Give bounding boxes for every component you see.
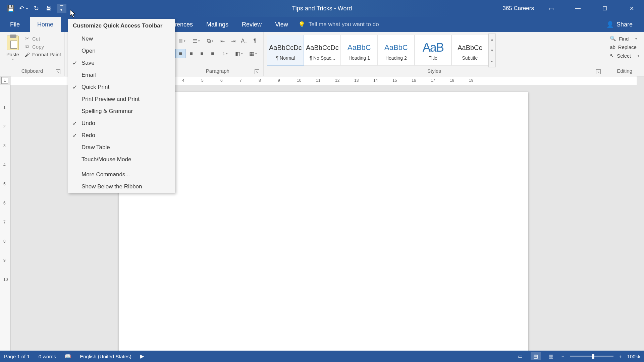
menu-item-label: Email <box>82 72 96 78</box>
clipboard-launcher-icon[interactable]: ↘ <box>56 69 60 74</box>
ruler-tick: 4 <box>182 78 184 83</box>
style---no-spac---[interactable]: AaBbCcDc¶ No Spac... <box>304 35 341 66</box>
status-words[interactable]: 0 words <box>39 354 56 359</box>
select-button[interactable]: ↖Select ▾ <box>608 52 641 59</box>
cut-button[interactable]: ✂Cut <box>24 36 61 42</box>
align-left-button[interactable]: ≡ <box>175 49 185 58</box>
menu-open[interactable]: Open <box>68 45 175 57</box>
paragraph-label: Paragraph <box>206 68 229 74</box>
quick-print-icon[interactable]: 🖶 <box>44 4 54 13</box>
check-icon: ✓ <box>68 120 82 127</box>
copy-button[interactable]: ⧉Copy <box>24 44 61 50</box>
vertical-ruler[interactable]: 12345678910 <box>0 85 11 351</box>
zoom-in-button[interactable]: + <box>619 354 622 359</box>
tab-file[interactable]: File <box>0 17 30 32</box>
menu-item-label: Redo <box>82 132 95 139</box>
tab-review[interactable]: Review <box>235 17 268 32</box>
style-name: ¶ Normal <box>276 55 295 61</box>
menu-print-preview-and-print[interactable]: Print Preview and Print <box>68 93 175 105</box>
maximize-icon[interactable]: ☐ <box>595 0 614 17</box>
tab-selector[interactable]: L <box>1 77 8 84</box>
style-title[interactable]: AaBTitle <box>415 35 451 66</box>
borders-button[interactable]: ▦ <box>247 49 260 58</box>
show-marks-button[interactable]: ¶ <box>250 36 260 46</box>
align-center-button[interactable]: ≡ <box>186 49 196 58</box>
justify-button[interactable]: ≡ <box>208 49 218 58</box>
line-spacing-button[interactable]: ↕ <box>218 49 232 58</box>
view-print-icon[interactable]: ▤ <box>531 352 541 360</box>
save-icon[interactable]: 💾 <box>6 4 15 13</box>
zoom-out-button[interactable]: − <box>561 354 565 359</box>
menu-spelling---grammar[interactable]: Spelling & Grammar <box>68 105 175 117</box>
view-read-icon[interactable]: ▭ <box>515 352 525 360</box>
find-button[interactable]: 🔍Find ▾ <box>608 35 641 42</box>
redo-icon[interactable]: ↻ <box>32 4 41 13</box>
check-icon: ✓ <box>68 60 82 67</box>
gallery-up-icon[interactable]: ▲ <box>489 34 495 45</box>
menu-save[interactable]: ✓Save <box>68 57 175 69</box>
status-page[interactable]: Page 1 of 1 <box>4 354 30 359</box>
close-icon[interactable]: ✕ <box>622 0 641 17</box>
style---normal[interactable]: AaBbCcDc¶ Normal <box>267 35 304 66</box>
gallery-more-icon[interactable]: ▾ <box>489 56 495 67</box>
share-button[interactable]: 👤 Share <box>602 19 637 30</box>
shading-button[interactable]: ◧ <box>232 49 246 58</box>
replace-button[interactable]: abReplace <box>608 44 641 51</box>
style-heading-2[interactable]: AaBbCHeading 2 <box>378 35 415 66</box>
tab-view[interactable]: View <box>268 17 295 32</box>
group-paragraph: ≣ ☰ ⧉ ⇤ ⇥ A↓ ¶ ≡ ≡ ≡ ≡ ↕ ◧ ▦ Paragraph↘ <box>172 32 264 76</box>
paste-icon <box>7 36 19 50</box>
quick-access-toolbar: 💾 ↶ ▾ ↻ 🖶 ▔▾ <box>0 0 66 17</box>
select-icon: ↖ <box>610 53 614 59</box>
status-spellcheck-icon[interactable]: 📖 <box>65 353 71 359</box>
menu-email[interactable]: Email <box>68 69 175 81</box>
view-web-icon[interactable]: ▦ <box>546 352 556 360</box>
minimize-icon[interactable]: — <box>568 0 588 17</box>
tab-mailings[interactable]: Mailings <box>200 17 235 32</box>
menu-show-below-ribbon[interactable]: Show Below the Ribbon <box>68 181 175 193</box>
tab-home[interactable]: Home <box>30 17 61 32</box>
customize-qat-menu: Customize Quick Access Toolbar NewOpen✓S… <box>68 19 175 193</box>
status-macro-icon[interactable]: ▶ <box>140 353 144 359</box>
status-language[interactable]: English (United States) <box>80 354 131 359</box>
document-page[interactable] <box>119 92 528 351</box>
menu-more-commands[interactable]: More Commands... <box>68 169 175 181</box>
menu-quick-print[interactable]: ✓Quick Print <box>68 81 175 93</box>
zoom-slider[interactable] <box>570 356 613 357</box>
style-subtitle[interactable]: AaBbCcSubtitle <box>451 35 488 66</box>
decrease-indent-button[interactable]: ⇤ <box>218 36 228 46</box>
styles-launcher-icon[interactable]: ↘ <box>596 69 601 74</box>
style-preview: AaBbCcDc <box>306 40 339 55</box>
format-painter-button[interactable]: 🖌Format Paint <box>24 52 61 57</box>
paste-button[interactable]: Paste ▾ <box>3 34 22 67</box>
style-name: Heading 2 <box>385 55 407 61</box>
menu-new[interactable]: New <box>68 33 175 45</box>
menu-touch-mouse-mode[interactable]: Touch/Mouse Mode <box>68 154 175 166</box>
undo-icon[interactable]: ↶ ▾ <box>19 4 28 13</box>
gallery-down-icon[interactable]: ▼ <box>489 45 495 56</box>
customize-qat-button[interactable]: ▔▾ <box>57 4 66 13</box>
multilevel-button[interactable]: ⧉ <box>204 36 217 46</box>
bullets-button[interactable]: ≣ <box>175 36 189 46</box>
style-heading-1[interactable]: AaBbCHeading 1 <box>341 35 378 66</box>
styles-gallery-scroll: ▲ ▼ ▾ <box>488 34 496 67</box>
ruler-tick: 1 <box>3 105 6 110</box>
ruler-tick: 2 <box>3 124 6 129</box>
menu-undo[interactable]: ✓Undo <box>68 117 175 129</box>
group-editing: 🔍Find ▾ abReplace ↖Select ▾ Editing <box>605 32 644 76</box>
increase-indent-button[interactable]: ⇥ <box>228 36 238 46</box>
paragraph-launcher-icon[interactable]: ↘ <box>255 69 259 74</box>
style-preview: AaB <box>423 40 443 55</box>
zoom-level[interactable]: 100% <box>627 354 640 359</box>
menu-redo[interactable]: ✓Redo <box>68 129 175 141</box>
tell-me-search[interactable]: 💡 Tell me what you want to do <box>298 17 379 32</box>
menu-item-label: Touch/Mouse Mode <box>82 156 131 163</box>
ruler-tick: 4 <box>3 163 6 167</box>
menu-draw-table[interactable]: Draw Table <box>68 141 175 154</box>
align-right-button[interactable]: ≡ <box>197 49 207 58</box>
ribbon-display-options-icon[interactable]: ▭ <box>541 0 561 17</box>
numbering-button[interactable]: ☰ <box>190 36 203 46</box>
copy-icon: ⧉ <box>24 44 30 50</box>
ruler-tick: 18 <box>450 78 454 83</box>
sort-button[interactable]: A↓ <box>239 36 249 46</box>
